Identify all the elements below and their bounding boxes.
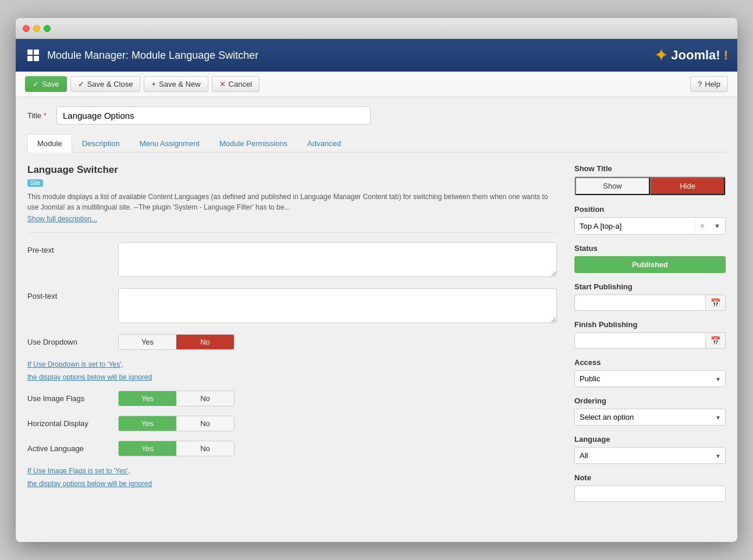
dropdown-info: If Use Dropdown is set to 'Yes', the dis… (27, 359, 557, 382)
status-label: Status (574, 244, 726, 253)
tab-module[interactable]: Module (27, 134, 72, 153)
use-dropdown-field: Yes No (118, 334, 557, 350)
tab-advanced[interactable]: Advanced (297, 134, 351, 153)
use-image-flags-label: Use Image Flags (27, 391, 109, 403)
title-row: Title * (27, 107, 726, 125)
position-field: × ▼ (574, 217, 726, 235)
active-language-field: Yes No (118, 441, 557, 456)
dropdown-info-line2[interactable]: the display options below will be ignore… (27, 372, 557, 382)
module-icon (25, 47, 41, 63)
section-heading: Language Switcher (27, 164, 557, 176)
main-layout: Language Switcher Site This module displ… (27, 164, 726, 502)
minimize-button[interactable] (33, 25, 40, 32)
ordering-select[interactable]: Select an option (574, 409, 726, 426)
start-publishing-calendar-btn[interactable]: 📅 (705, 295, 726, 311)
use-dropdown-no-btn[interactable]: No (176, 335, 234, 349)
traffic-lights (23, 25, 51, 32)
joomla-logo: ✦ Joomla! ! (655, 47, 728, 65)
joomla-exclaim: ! (724, 48, 728, 63)
image-flags-info-line1[interactable]: If Use Image Flags is set to 'Yes', (27, 466, 557, 476)
post-text-row: Post-text (27, 288, 557, 325)
title-input[interactable] (56, 107, 371, 125)
joomla-star-icon: ✦ (655, 47, 667, 65)
active-language-no-btn[interactable]: No (176, 441, 234, 456)
tab-menu-assignment[interactable]: Menu Assignment (130, 134, 209, 153)
language-select[interactable]: All English (UK) (574, 447, 726, 464)
active-language-yes-btn[interactable]: Yes (119, 441, 176, 456)
svg-rect-2 (27, 56, 33, 61)
status-button[interactable]: Published (574, 256, 726, 273)
start-publishing-label: Start Publishing (574, 282, 726, 291)
use-image-flags-yes-btn[interactable]: Yes (119, 391, 176, 406)
joomla-brand: Joomla! (671, 48, 720, 63)
site-badge: Site (27, 179, 43, 187)
horizontal-display-row: Horizontal Display Yes No (27, 416, 557, 431)
save-new-button[interactable]: + Save & New (144, 76, 208, 92)
content-area: Title * Module Description Menu Assignme… (16, 97, 737, 542)
question-icon: ? (698, 80, 702, 88)
note-input[interactable] (574, 485, 726, 502)
x-icon: ✕ (219, 80, 226, 88)
start-publishing-input[interactable] (574, 295, 705, 311)
save-close-button[interactable]: ✓ Save & Close (70, 76, 141, 92)
pre-text-label: Pre-text (27, 242, 109, 254)
finish-publishing-row: 📅 (574, 332, 726, 349)
language-select-wrapper: All English (UK) (574, 447, 726, 464)
image-flags-info-line2[interactable]: the display options below will be ignore… (27, 479, 557, 489)
show-btn[interactable]: Show (575, 177, 650, 195)
svg-rect-0 (27, 49, 33, 55)
use-dropdown-toggle: Yes No (118, 334, 235, 350)
help-button[interactable]: ? Help (690, 76, 728, 92)
note-label: Note (574, 473, 726, 482)
use-dropdown-label: Use Dropdown (27, 334, 109, 346)
plus-icon: + (151, 80, 156, 88)
divider (27, 232, 557, 233)
tab-module-permissions[interactable]: Module Permissions (209, 134, 297, 153)
position-clear-icon[interactable]: × (695, 218, 709, 234)
finish-publishing-calendar-btn[interactable]: 📅 (705, 332, 726, 349)
access-select[interactable]: Public Guest Registered Special Super Us… (574, 370, 726, 387)
post-text-input[interactable] (118, 288, 557, 323)
close-button[interactable] (23, 25, 30, 32)
use-image-flags-row: Use Image Flags Yes No (27, 391, 557, 406)
finish-publishing-input[interactable] (574, 332, 705, 349)
show-hide-toggle: Show Hide (574, 176, 726, 196)
show-full-description-link[interactable]: Show full description... (27, 215, 557, 223)
horizontal-display-yes-btn[interactable]: Yes (119, 416, 176, 431)
toolbar: ✓ Save ✓ Save & Close + Save & New ✕ Can… (16, 72, 737, 97)
position-label: Position (574, 205, 726, 214)
horizontal-display-toggle: Yes No (118, 416, 235, 431)
save-button[interactable]: ✓ Save (25, 76, 67, 92)
right-panel: Show Title Show Hide Position × ▼ Status… (574, 164, 726, 502)
finish-publishing-label: Finish Publishing (574, 320, 726, 329)
checkmark-icon: ✓ (78, 80, 84, 88)
cancel-button[interactable]: ✕ Cancel (212, 76, 260, 92)
svg-rect-1 (34, 49, 39, 55)
left-panel: Language Switcher Site This module displ… (27, 164, 557, 502)
post-text-field (118, 288, 557, 325)
position-input[interactable] (575, 218, 695, 234)
hide-btn[interactable]: Hide (650, 177, 725, 195)
language-label: Language (574, 435, 726, 444)
tab-description[interactable]: Description (72, 134, 130, 153)
use-dropdown-yes-btn[interactable]: Yes (119, 335, 176, 349)
start-publishing-row: 📅 (574, 295, 726, 311)
module-description: This module displays a list of available… (27, 192, 557, 212)
titlebar (16, 18, 737, 39)
access-select-wrapper: Public Guest Registered Special Super Us… (574, 370, 726, 387)
position-dropdown-icon[interactable]: ▼ (709, 219, 725, 233)
pre-text-row: Pre-text (27, 242, 557, 279)
app-title: Module Manager: Module Language Switcher (47, 49, 258, 62)
maximize-button[interactable] (44, 25, 51, 32)
image-flags-info: If Use Image Flags is set to 'Yes', the … (27, 466, 557, 489)
dropdown-info-line1[interactable]: If Use Dropdown is set to 'Yes', (27, 359, 557, 370)
horizontal-display-no-btn[interactable]: No (176, 416, 234, 431)
use-image-flags-no-btn[interactable]: No (176, 391, 234, 406)
pre-text-field (118, 242, 557, 279)
app-header: Module Manager: Module Language Switcher… (16, 39, 737, 72)
pre-text-input[interactable] (118, 242, 557, 277)
use-dropdown-row: Use Dropdown Yes No (27, 334, 557, 350)
app-header-left: Module Manager: Module Language Switcher (25, 47, 258, 63)
post-text-label: Post-text (27, 288, 109, 300)
active-language-row: Active Language Yes No (27, 441, 557, 456)
